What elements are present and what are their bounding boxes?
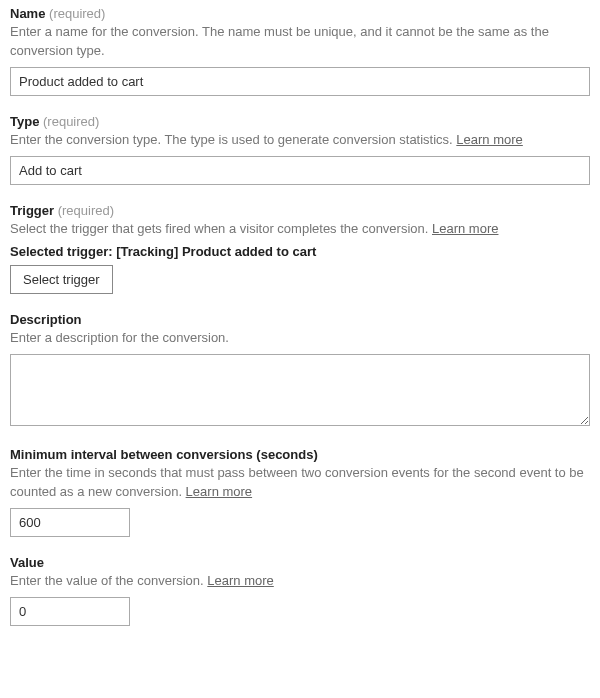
type-learn-more-link[interactable]: Learn more [456, 132, 522, 147]
type-label-line: Type (required) [10, 114, 590, 129]
field-group-interval: Minimum interval between conversions (se… [10, 447, 590, 537]
field-group-trigger: Trigger (required) Select the trigger th… [10, 203, 590, 295]
trigger-help-text: Select the trigger that gets fired when … [10, 221, 432, 236]
interval-help: Enter the time in seconds that must pass… [10, 464, 590, 502]
value-help: Enter the value of the conversion. Learn… [10, 572, 590, 591]
field-group-type: Type (required) Enter the conversion typ… [10, 114, 590, 185]
type-required: (required) [43, 114, 99, 129]
conversion-form: Name (required) Enter a name for the con… [0, 0, 600, 654]
interval-input[interactable] [10, 508, 130, 537]
name-required: (required) [49, 6, 105, 21]
type-input[interactable] [10, 156, 590, 185]
trigger-help: Select the trigger that gets fired when … [10, 220, 590, 239]
description-input[interactable] [10, 354, 590, 426]
selected-trigger-line: Selected trigger: [Tracking] Product add… [10, 244, 590, 259]
interval-label-line: Minimum interval between conversions (se… [10, 447, 590, 462]
field-group-value: Value Enter the value of the conversion.… [10, 555, 590, 626]
interval-help-text: Enter the time in seconds that must pass… [10, 465, 584, 499]
interval-label: Minimum interval between conversions (se… [10, 447, 318, 462]
type-label: Type [10, 114, 39, 129]
trigger-label-line: Trigger (required) [10, 203, 590, 218]
trigger-label: Trigger [10, 203, 54, 218]
selected-trigger-prefix: Selected trigger: [10, 244, 116, 259]
value-input[interactable] [10, 597, 130, 626]
name-input[interactable] [10, 67, 590, 96]
select-trigger-button[interactable]: Select trigger [10, 265, 113, 294]
selected-trigger-name: [Tracking] Product added to cart [116, 244, 316, 259]
interval-learn-more-link[interactable]: Learn more [186, 484, 252, 499]
value-learn-more-link[interactable]: Learn more [207, 573, 273, 588]
value-label: Value [10, 555, 44, 570]
value-help-text: Enter the value of the conversion. [10, 573, 207, 588]
description-label: Description [10, 312, 82, 327]
name-help: Enter a name for the conversion. The nam… [10, 23, 590, 61]
field-group-name: Name (required) Enter a name for the con… [10, 6, 590, 96]
description-label-line: Description [10, 312, 590, 327]
trigger-required: (required) [58, 203, 114, 218]
trigger-learn-more-link[interactable]: Learn more [432, 221, 498, 236]
type-help: Enter the conversion type. The type is u… [10, 131, 590, 150]
type-help-text: Enter the conversion type. The type is u… [10, 132, 456, 147]
value-label-line: Value [10, 555, 590, 570]
field-group-description: Description Enter a description for the … [10, 312, 590, 429]
name-label-line: Name (required) [10, 6, 590, 21]
description-help: Enter a description for the conversion. [10, 329, 590, 348]
name-label: Name [10, 6, 45, 21]
